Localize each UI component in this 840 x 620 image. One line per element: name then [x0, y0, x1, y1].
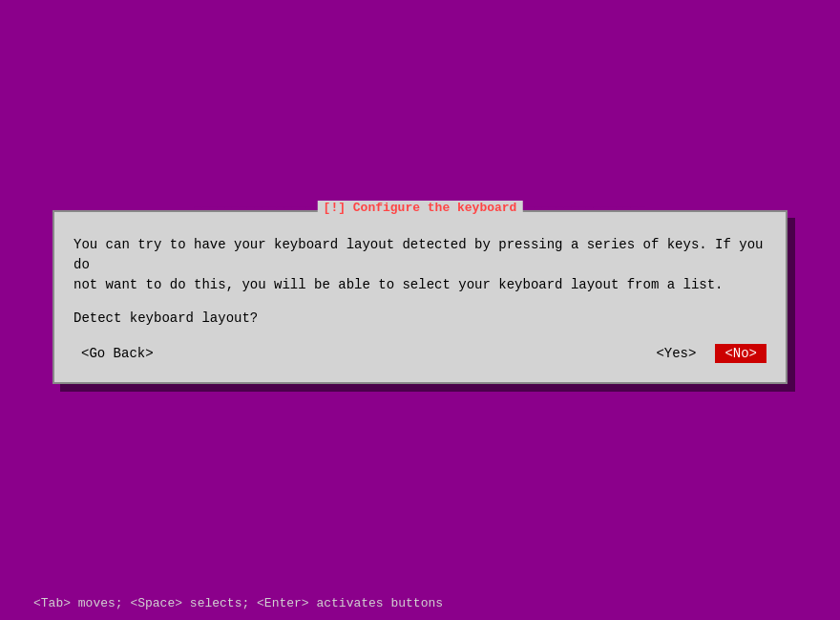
dialog-buttons: <Go Back> <Yes> <No> — [74, 344, 766, 363]
go-back-button[interactable]: <Go Back> — [74, 344, 161, 363]
ubuntu-installer-screen: ──────────────── [!] Configure the keybo… — [0, 0, 840, 620]
dialog-title-bar: ──────────────── [!] Configure the keybo… — [195, 201, 646, 215]
yes-button[interactable]: <Yes> — [648, 344, 704, 363]
status-bar-text: <Tab> moves; <Space> selects; <Enter> ac… — [33, 596, 443, 610]
detect-question: Detect keyboard layout? — [74, 309, 766, 329]
title-line-left: ──────────────── — [195, 201, 314, 215]
dialog-wrapper: ──────────────── [!] Configure the keybo… — [52, 210, 788, 384]
configure-keyboard-dialog: ──────────────── [!] Configure the keybo… — [52, 210, 788, 384]
no-button[interactable]: <No> — [715, 344, 766, 363]
body-line2: not want to do this, you will be able to… — [74, 275, 766, 295]
dialog-title: [!] Configure the keyboard — [318, 201, 523, 215]
status-bar: <Tab> moves; <Space> selects; <Enter> ac… — [33, 596, 443, 610]
title-line-right: ──────────────── — [526, 201, 645, 215]
body-line1: You can try to have your keyboard layout… — [74, 235, 766, 275]
button-group-right: <Yes> <No> — [648, 344, 766, 363]
dialog-body: You can try to have your keyboard layout… — [74, 235, 766, 329]
